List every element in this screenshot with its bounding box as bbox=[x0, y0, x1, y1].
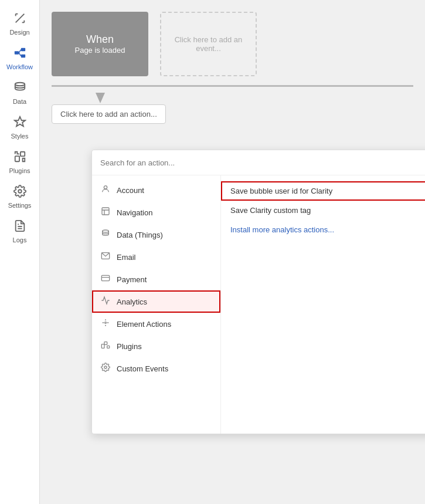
sidebar-item-logs[interactable]: Logs bbox=[0, 214, 40, 248]
svg-point-29 bbox=[104, 366, 107, 368]
sidebar-item-settings[interactable]: Settings bbox=[0, 179, 40, 214]
svg-point-13 bbox=[18, 190, 22, 193]
connector-area bbox=[40, 93, 425, 104]
email-icon bbox=[100, 251, 111, 263]
workflow-icon bbox=[13, 46, 26, 61]
sidebar-item-label: Design bbox=[9, 29, 29, 36]
add-action-label: Click here to add an action... bbox=[60, 110, 157, 119]
category-item-email[interactable]: Email bbox=[92, 246, 220, 268]
category-item-element-actions[interactable]: Element Actions bbox=[92, 313, 220, 335]
svg-point-23 bbox=[105, 322, 107, 324]
category-item-account[interactable]: Account bbox=[92, 179, 220, 201]
sidebar-item-label: Logs bbox=[13, 236, 27, 243]
analytics-icon bbox=[100, 296, 111, 307]
custom-events-icon bbox=[100, 363, 111, 374]
when-block: When Page is loaded bbox=[52, 12, 148, 76]
action-label: Save bubble user id for Clarity bbox=[230, 187, 332, 195]
category-label: Email bbox=[117, 253, 136, 262]
payment-icon bbox=[100, 273, 111, 285]
svg-point-17 bbox=[104, 186, 107, 189]
category-item-payment[interactable]: Payment bbox=[92, 268, 220, 290]
plugins-icon bbox=[13, 150, 26, 165]
svg-point-24 bbox=[105, 319, 106, 320]
element-actions-icon bbox=[100, 318, 111, 330]
main-area: When Page is loaded Click here to add an… bbox=[40, 0, 425, 504]
category-label: Navigation bbox=[117, 208, 152, 217]
plugins-cat-icon bbox=[100, 340, 111, 352]
categories-list: Account Navigation bbox=[92, 175, 221, 434]
sidebar-item-plugins[interactable]: Plugins bbox=[0, 144, 40, 179]
svg-point-10 bbox=[15, 83, 25, 86]
styles-icon bbox=[13, 116, 26, 130]
action-item-save-clarity-tag[interactable]: Save Clarity custom tag bbox=[221, 201, 425, 220]
when-subtitle: Page is loaded bbox=[74, 46, 125, 55]
connector-arrow bbox=[52, 93, 148, 103]
sidebar-item-label: Settings bbox=[8, 202, 32, 209]
sidebar-item-workflow[interactable]: Workflow bbox=[0, 40, 40, 75]
design-icon bbox=[13, 12, 26, 26]
svg-rect-11 bbox=[15, 156, 19, 161]
logs-icon bbox=[13, 219, 26, 234]
settings-icon bbox=[13, 185, 26, 199]
sidebar-item-data[interactable]: Data bbox=[0, 75, 40, 110]
svg-point-19 bbox=[103, 230, 109, 232]
action-label: Install more analytics actions... bbox=[230, 225, 334, 234]
category-item-custom-events[interactable]: Custom Events bbox=[92, 357, 220, 380]
account-icon bbox=[100, 184, 111, 196]
sidebar-item-label: Workflow bbox=[6, 63, 33, 70]
add-action-row: Click here to add an action... bbox=[52, 104, 413, 124]
sidebar-item-label: Plugins bbox=[9, 167, 30, 174]
action-label: Save Clarity custom tag bbox=[230, 206, 311, 215]
search-row bbox=[92, 150, 425, 175]
canvas-area: When Page is loaded Click here to add an… bbox=[40, 0, 425, 76]
navigation-icon bbox=[100, 207, 111, 218]
svg-rect-6 bbox=[21, 48, 25, 52]
sidebar-item-design[interactable]: Design bbox=[0, 6, 40, 40]
when-title: When bbox=[86, 33, 114, 46]
svg-line-9 bbox=[19, 53, 21, 56]
canvas-divider bbox=[52, 85, 413, 87]
category-label: Element Actions bbox=[117, 320, 171, 329]
data-things-icon bbox=[100, 229, 111, 241]
sidebar-item-label: Data bbox=[13, 98, 26, 105]
add-action-button[interactable]: Click here to add an action... bbox=[52, 104, 166, 124]
svg-rect-7 bbox=[21, 55, 25, 58]
action-item-install-more[interactable]: Install more analytics actions... bbox=[221, 220, 425, 239]
category-label: Data (Things) bbox=[117, 231, 163, 239]
category-item-navigation[interactable]: Navigation bbox=[92, 201, 220, 224]
svg-marker-16 bbox=[96, 93, 105, 103]
category-item-plugins[interactable]: Plugins bbox=[92, 335, 220, 357]
sidebar: Design Workflow Data Styles bbox=[0, 0, 40, 504]
svg-rect-5 bbox=[14, 51, 18, 55]
category-label: Account bbox=[117, 186, 144, 195]
action-item-save-bubble-user-id[interactable]: Save bubble user id for Clarity bbox=[221, 181, 425, 201]
svg-rect-26 bbox=[101, 344, 104, 349]
sidebar-item-label: Styles bbox=[11, 133, 29, 140]
svg-line-8 bbox=[19, 50, 21, 53]
svg-point-25 bbox=[105, 325, 106, 326]
category-item-analytics[interactable]: Analytics bbox=[92, 290, 220, 313]
svg-rect-27 bbox=[104, 342, 107, 345]
action-dropdown-panel: Account Navigation bbox=[91, 150, 425, 434]
data-icon bbox=[13, 81, 26, 96]
category-label: Custom Events bbox=[117, 364, 168, 373]
svg-rect-28 bbox=[107, 346, 110, 348]
category-label: Payment bbox=[117, 275, 147, 284]
actions-panel: Save bubble user id for Clarity Save Cla… bbox=[221, 175, 425, 434]
add-event-button[interactable]: Click here to add an event... bbox=[160, 12, 257, 76]
sidebar-item-styles[interactable]: Styles bbox=[0, 110, 40, 144]
category-item-data[interactable]: Data (Things) bbox=[92, 224, 220, 246]
svg-rect-21 bbox=[101, 275, 109, 280]
search-input[interactable] bbox=[100, 158, 425, 167]
svg-rect-12 bbox=[20, 152, 24, 156]
add-event-label: Click here to add an event... bbox=[167, 35, 250, 53]
panel-body: Account Navigation bbox=[92, 175, 425, 434]
svg-rect-18 bbox=[102, 208, 109, 215]
svg-line-0 bbox=[15, 14, 24, 23]
category-label: Plugins bbox=[117, 342, 142, 351]
category-label: Analytics bbox=[117, 297, 147, 306]
